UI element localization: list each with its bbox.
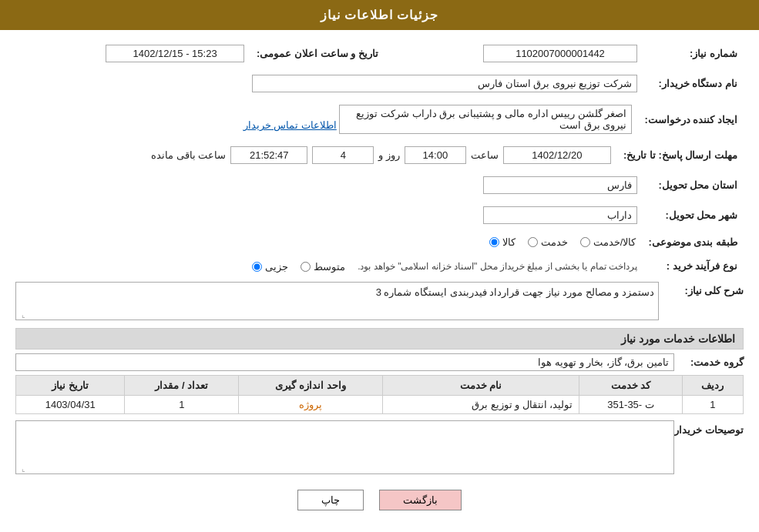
category-option-service[interactable]: خدمت (528, 236, 568, 248)
group-label: گروه خدمت: (682, 356, 744, 368)
category-label: طبقه بندی موضوعی: (642, 233, 744, 251)
back-button[interactable]: بازگشت (379, 490, 462, 510)
cell-code: ت -35-351 (579, 395, 682, 413)
col-code: کد خدمت (579, 375, 682, 395)
description-value: دستمزد و مصالح مورد نیاز جهت قرارداد فید… (376, 286, 654, 298)
need-number-row: شماره نیاز: 1102007000001442 تاریخ و ساع… (15, 42, 744, 65)
deadline-remaining-field: 21:52:47 (230, 146, 307, 164)
cell-unit: پروژه (239, 395, 382, 413)
category-option-goods[interactable]: کالا (489, 236, 516, 248)
need-number-value: 1102007000001442 (385, 42, 643, 65)
deadline-label: مهلت ارسال پاسخ: تا تاریخ: (617, 143, 744, 167)
buyer-notes-box: ⌞ (15, 420, 674, 474)
category-row: طبقه بندی موضوعی: کالا/خدمت خدمت کالا (15, 233, 744, 251)
deadline-row: مهلت ارسال پاسخ: تا تاریخ: 1402/12/20 سا… (15, 143, 744, 167)
need-number-label: شماره نیاز: (643, 42, 744, 65)
col-quantity: تعداد / مقدار (125, 375, 239, 395)
creator-value: اصغر گلشن رییس اداره مالی و پشتیبانی برق… (15, 102, 638, 137)
announcement-field: 1402/12/15 - 15:23 (106, 45, 244, 62)
deadline-remaining-label: ساعت باقی مانده (151, 149, 226, 161)
purchase-label-partial: جزیی (265, 261, 288, 273)
resize-handle: ⌞ (18, 310, 25, 318)
purchase-radio-medium[interactable] (301, 262, 311, 272)
purchase-type-label: نوع فرآیند خرید : (643, 257, 744, 276)
deadline-days-label: روز و (378, 149, 400, 161)
category-radio-service-goods[interactable] (580, 237, 590, 247)
announcement-value: 1402/12/15 - 15:23 (15, 42, 250, 65)
buyer-notes-row: توصیحات خریدار: ⌞ (15, 420, 744, 474)
table-row: 1 ت -35-351 تولید، انتقال و توزیع برق پر… (16, 395, 744, 413)
buyer-org-label: نام دستگاه خریدار: (643, 72, 744, 95)
buyer-org-row: نام دستگاه خریدار: شرکت توزیع نیروی برق … (15, 72, 744, 95)
category-label-goods: کالا (502, 236, 516, 248)
buttons-row: بازگشت چاپ (15, 490, 744, 510)
province-label: استان محل تحویل: (643, 173, 744, 197)
col-unit: واحد اندازه گیری (239, 375, 382, 395)
buyer-org-field: شرکت توزیع نیروی برق استان فارس (252, 75, 637, 92)
purchase-type-row: نوع فرآیند خرید : پرداخت تمام یا بخشی از… (15, 257, 744, 276)
purchase-option-medium[interactable]: متوسط (301, 261, 345, 273)
announcement-label: تاریخ و ساعت اعلان عمومی: (250, 42, 385, 65)
cell-quantity: 1 (125, 395, 239, 413)
services-table: ردیف کد خدمت نام خدمت واحد اندازه گیری ت… (15, 375, 744, 414)
city-row: شهر محل تحویل: داراب (15, 203, 744, 227)
group-value: تامین برق، گاز، بخار و تهویه هوا (15, 353, 674, 371)
creator-field: اصغر گلشن رییس اداره مالی و پشتیبانی برق… (339, 105, 632, 134)
category-label-service: خدمت (541, 236, 568, 248)
province-row: استان محل تحویل: فارس (15, 173, 744, 197)
resize-handle-notes: ⌞ (18, 464, 25, 472)
province-value: فارس (59, 173, 643, 197)
deadline-days-field: 4 (312, 146, 374, 164)
city-field: داراب (483, 206, 637, 224)
province-field: فارس (483, 176, 637, 194)
city-value: داراب (59, 203, 643, 227)
buyer-notes-label: توصیحات خریدار: (682, 420, 744, 436)
deadline-date-field: 1402/12/20 (503, 146, 611, 164)
col-row-num: ردیف (682, 375, 743, 395)
creator-label: ایجاد کننده درخواست: (638, 102, 744, 137)
description-label: شرح کلی نیاز: (659, 282, 744, 296)
purchase-option-partial[interactable]: جزیی (252, 261, 288, 273)
purchase-type-radio-group: پرداخت تمام یا بخشی از مبلغ خریداز محل "… (252, 261, 637, 273)
page-title: جزئیات اطلاعات نیاز (0, 0, 759, 30)
category-label-service-goods: کالا/خدمت (593, 236, 636, 248)
purchase-radio-partial[interactable] (252, 262, 262, 272)
col-date: تاریخ نیاز (16, 375, 125, 395)
purchase-note: پرداخت تمام یا بخشی از مبلغ خریداز محل "… (358, 261, 637, 272)
buyer-org-value: شرکت توزیع نیروی برق استان فارس (15, 72, 643, 95)
purchase-label-medium: متوسط (314, 261, 345, 273)
creator-row: ایجاد کننده درخواست: اصغر گلشن رییس ادار… (15, 102, 744, 137)
cell-name: تولید، انتقال و توزیع برق (382, 395, 579, 413)
col-name: نام خدمت (382, 375, 579, 395)
category-radio-goods[interactable] (489, 237, 499, 247)
category-radio-service[interactable] (528, 237, 538, 247)
services-section-title: اطلاعات خدمات مورد نیاز (15, 328, 744, 350)
print-button[interactable]: چاپ (297, 490, 364, 510)
group-service-row: گروه خدمت: تامین برق، گاز، بخار و تهویه … (15, 353, 744, 371)
cell-row-num: 1 (682, 395, 743, 413)
need-number-field: 1102007000001442 (483, 45, 637, 62)
cell-date: 1403/04/31 (16, 395, 125, 413)
category-option-service-goods[interactable]: کالا/خدمت (580, 236, 636, 248)
creator-contact-link[interactable]: اطلاعات تماس خریدار (243, 119, 337, 131)
deadline-time-field: 14:00 (405, 146, 466, 164)
category-radio-group: کالا/خدمت خدمت کالا (489, 236, 636, 248)
city-label: شهر محل تحویل: (643, 203, 744, 227)
deadline-time-label: ساعت (471, 149, 499, 161)
